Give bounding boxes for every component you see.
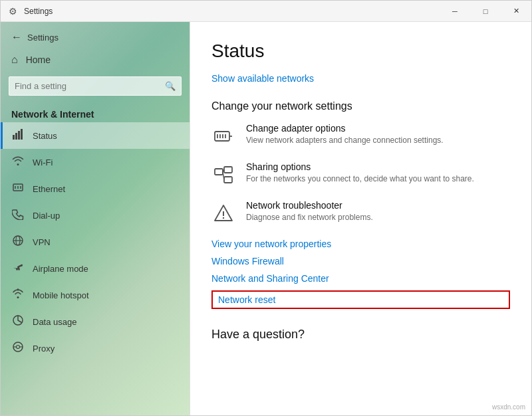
home-nav-item[interactable]: ⌂ Home (1, 49, 190, 74)
titlebar: ⚙ Settings ─ □ ✕ (1, 1, 531, 22)
sidebar-item-airplane[interactable]: Airplane mode (1, 255, 190, 282)
sidebar-item-ethernet[interactable]: Ethernet (1, 175, 190, 202)
view-properties-link[interactable]: View your network properties (211, 239, 510, 249)
titlebar-controls: ─ □ ✕ (440, 1, 531, 22)
sidebar: ← Settings ⌂ Home 🔍 Network & Internet (1, 22, 190, 415)
watermark: wsxdn.com (492, 403, 525, 411)
sidebar-item-label-airplane: Airplane mode (33, 264, 88, 274)
have-question-heading: Have a question? (211, 328, 510, 342)
svg-rect-2 (18, 131, 20, 140)
sharing-options-item: Sharing options For the networks you con… (211, 161, 510, 187)
ethernet-icon (11, 181, 25, 196)
show-networks-link[interactable]: Show available networks (211, 73, 314, 84)
adapter-icon (211, 124, 235, 148)
page-title: Status (211, 41, 510, 62)
svg-point-15 (17, 346, 20, 349)
troubleshooter-desc: Diagnose and fix network problems. (246, 213, 373, 222)
troubleshooter-item: Network troubleshooter Diagnose and fix … (211, 200, 510, 225)
window: ⚙ Settings ─ □ ✕ ← Settings ⌂ Home 🔍 Net… (0, 0, 532, 416)
back-button[interactable]: ← Settings (1, 22, 190, 49)
maximize-button[interactable]: □ (470, 1, 501, 22)
adapter-options-item: Change adapter options View network adap… (211, 123, 510, 148)
sidebar-item-label-hotspot: Mobile hotspot (33, 290, 89, 300)
svg-rect-25 (224, 167, 232, 173)
sidebar-item-label-vpn: VPN (33, 237, 51, 247)
adapter-desc: View network adapters and change connect… (246, 136, 444, 145)
sidebar-item-label-wifi: Wi-Fi (33, 157, 53, 167)
status-icon (11, 128, 25, 143)
sidebar-item-label-dialup: Dial-up (33, 211, 60, 221)
close-button[interactable]: ✕ (501, 1, 531, 22)
sharing-icon (211, 163, 235, 187)
svg-point-30 (223, 217, 224, 219)
home-icon: ⌂ (11, 54, 18, 66)
change-settings-heading: Change your network settings (211, 100, 510, 112)
content: ← Settings ⌂ Home 🔍 Network & Internet (1, 22, 531, 415)
sidebar-item-datausage[interactable]: Data usage (1, 308, 190, 335)
windows-firewall-link[interactable]: Windows Firewall (211, 256, 510, 266)
sidebar-item-label-status: Status (33, 131, 57, 141)
titlebar-title: Settings (24, 7, 53, 16)
search-input[interactable] (15, 81, 161, 91)
hotspot-icon (11, 288, 25, 302)
sharing-center-link[interactable]: Network and Sharing Center (211, 273, 510, 284)
network-reset-link[interactable]: Network reset (211, 290, 510, 309)
troubleshooter-icon (211, 201, 235, 225)
sidebar-item-status[interactable]: Status (1, 122, 190, 149)
svg-rect-0 (13, 135, 15, 140)
sharing-desc: For the networks you connect to, decide … (246, 174, 474, 183)
airplane-icon (11, 261, 25, 276)
settings-icon: ⚙ (9, 6, 17, 17)
minimize-button[interactable]: ─ (440, 1, 470, 22)
sidebar-item-dialup[interactable]: Dial-up (1, 202, 190, 229)
datausage-icon (11, 314, 25, 329)
svg-rect-24 (215, 169, 223, 175)
vpn-icon (11, 235, 25, 249)
home-label: Home (26, 54, 51, 65)
sidebar-item-label-datausage: Data usage (33, 317, 77, 327)
search-icon: 🔍 (165, 81, 176, 91)
sidebar-item-wifi[interactable]: Wi-Fi (1, 149, 190, 175)
wifi-icon (11, 155, 25, 169)
sidebar-item-vpn[interactable]: VPN (1, 229, 190, 255)
svg-rect-3 (21, 129, 23, 140)
svg-rect-26 (224, 177, 232, 183)
links-section: View your network properties Windows Fir… (211, 239, 510, 309)
sidebar-item-proxy[interactable]: Proxy (1, 335, 190, 362)
sidebar-item-label-proxy: Proxy (33, 344, 55, 354)
sidebar-section-title: Network & Internet (1, 104, 190, 122)
titlebar-left: ⚙ Settings (9, 6, 53, 17)
sidebar-item-label-ethernet: Ethernet (33, 184, 65, 194)
main-content: Status Show available networks Change yo… (190, 22, 531, 415)
troubleshooter-name: Network troubleshooter (246, 200, 373, 211)
back-label: Settings (27, 33, 59, 43)
back-arrow-icon: ← (11, 31, 22, 43)
search-box[interactable]: 🔍 (9, 76, 182, 96)
dialup-icon (11, 208, 25, 223)
adapter-name: Change adapter options (246, 123, 444, 134)
sharing-name: Sharing options (246, 161, 474, 172)
svg-rect-1 (15, 133, 17, 140)
sidebar-item-hotspot[interactable]: Mobile hotspot (1, 282, 190, 308)
proxy-icon (11, 341, 25, 356)
